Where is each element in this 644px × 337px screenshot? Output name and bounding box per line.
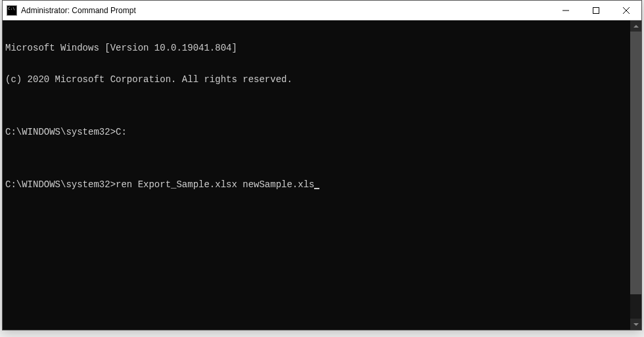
scroll-up-button[interactable] (630, 20, 641, 32)
vertical-scrollbar[interactable] (630, 20, 641, 330)
scroll-down-button[interactable] (630, 319, 641, 330)
terminal-line: C:\WINDOWS\system32>ren Export_Sample.xl… (5, 179, 628, 190)
terminal-content[interactable]: Microsoft Windows [Version 10.0.19041.80… (3, 20, 630, 330)
svg-rect-1 (593, 7, 599, 13)
current-command: C:\WINDOWS\system32>ren Export_Sample.xl… (5, 179, 314, 190)
terminal-cursor (314, 188, 319, 189)
command-prompt-window: Administrator: Command Prompt Microsoft … (2, 0, 642, 330)
cmd-icon (7, 5, 17, 16)
title-bar[interactable]: Administrator: Command Prompt (3, 1, 641, 20)
scroll-thumb[interactable] (630, 32, 641, 294)
minimize-button[interactable] (551, 1, 581, 20)
terminal-area[interactable]: Microsoft Windows [Version 10.0.19041.80… (3, 20, 641, 330)
window-controls (551, 1, 641, 20)
window-title: Administrator: Command Prompt (21, 6, 551, 15)
close-button[interactable] (611, 1, 641, 20)
terminal-line: (c) 2020 Microsoft Corporation. All righ… (5, 74, 628, 85)
maximize-button[interactable] (581, 1, 611, 20)
terminal-line: C:\WINDOWS\system32>C: (5, 127, 628, 137)
terminal-line: Microsoft Windows [Version 10.0.19041.80… (5, 43, 628, 53)
